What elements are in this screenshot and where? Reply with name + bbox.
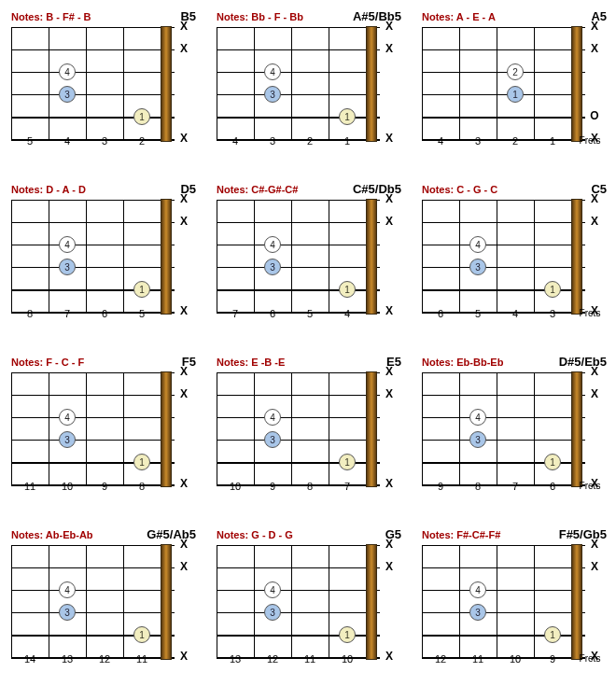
string-line [422, 117, 585, 119]
fret-line [422, 372, 423, 484]
fret-numbers: 7654 [217, 308, 403, 323]
fret-line [11, 372, 12, 484]
fret-numbers: 13121110 [217, 653, 403, 668]
chord-header: Notes: C#-G#-C#C#5/Db5 [215, 182, 411, 200]
chord-diagram: Notes: B - F# - BB5XXX4315432 [9, 9, 205, 182]
chord-diagram: Notes: C#-G#-C#C#5/Db5XXX4317654 [215, 182, 411, 355]
frets-label: Frets [576, 135, 604, 146]
chord-diagram: Notes: F#-C#-F#F#5/Gb5XXX4311211109Frets [420, 527, 616, 700]
chord-grid: Notes: B - F# - BB5XXX4315432Notes: Bb -… [9, 9, 616, 700]
string-line [11, 245, 175, 245]
frets-label: Frets [576, 653, 604, 664]
finger-dot: 3 [469, 431, 486, 448]
fret-line [86, 545, 87, 657]
string-line [11, 27, 175, 28]
fret-number: 10 [333, 653, 361, 665]
string-line [422, 245, 585, 245]
mute-mark: X [588, 538, 601, 551]
finger-dot: 4 [59, 409, 76, 426]
chord-notes: Notes: G - D - G [217, 529, 293, 540]
finger-dot: 1 [339, 108, 356, 125]
fret-line [49, 545, 49, 657]
fret-line [534, 545, 535, 657]
string-line [217, 567, 380, 568]
fret-line [534, 372, 535, 484]
fret-number: 8 [128, 481, 156, 492]
fret-line [49, 200, 49, 312]
chord-diagram: Notes: F - C - FF5XXX431111098 [9, 355, 205, 527]
fret-number: 11 [128, 653, 156, 665]
string-line [11, 94, 175, 95]
finger-dot: 3 [59, 259, 76, 275]
fret-number: 14 [16, 653, 44, 665]
fret-numbers: 14131211 [11, 653, 198, 668]
mute-mark: X [177, 215, 190, 228]
string-line [422, 267, 585, 268]
string-line [422, 372, 585, 373]
finger-dot: 4 [59, 581, 76, 598]
fret-line [329, 27, 329, 139]
mute-mark: X [588, 42, 601, 55]
fret-number: 2 [296, 135, 324, 147]
mute-mark: X [177, 365, 190, 378]
fret-number: 11 [296, 653, 324, 665]
finger-dot: 1 [133, 108, 150, 125]
fret-line [497, 27, 497, 139]
fret-line [459, 200, 460, 312]
fret-numbers: 1211109Frets [422, 653, 609, 668]
chord-notes: Notes: F#-C#-F# [422, 529, 500, 540]
string-line [11, 545, 175, 546]
fret-numbers: 6543Frets [422, 308, 609, 323]
chord-notes: Notes: C#-G#-C# [217, 184, 298, 195]
fret-number: 3 [539, 308, 567, 319]
string-line [11, 72, 175, 73]
finger-dot: 4 [264, 63, 281, 80]
string-line [217, 49, 380, 50]
fret-line [422, 545, 423, 657]
string-line [11, 222, 175, 223]
finger-dot: 4 [264, 581, 281, 598]
chord-diagram: Notes: Eb-Bb-EbD#5/Eb5XXX4319876Frets [420, 355, 616, 527]
fret-line [217, 27, 217, 139]
finger-dot: 2 [507, 63, 524, 80]
fret-number: 6 [427, 308, 455, 319]
mute-mark: X [177, 538, 190, 551]
fret-number: 4 [333, 308, 361, 319]
fret-numbers: 4321Frets [422, 135, 609, 150]
mute-mark: X [588, 365, 601, 378]
fret-number: 9 [427, 481, 455, 492]
mute-mark: X [588, 192, 601, 205]
fret-line [497, 545, 497, 657]
fret-number: 10 [221, 481, 249, 492]
chord-diagram: Notes: C - G - CC5XXX4316543Frets [420, 182, 616, 355]
nut-bar [571, 371, 582, 487]
fret-number: 9 [91, 481, 119, 492]
fret-line [49, 27, 49, 139]
fret-line [291, 200, 292, 312]
fretboard: XXX431 [217, 27, 380, 139]
string-line [217, 200, 380, 201]
nut-bar [161, 199, 172, 315]
fret-line [291, 27, 292, 139]
fret-line [11, 27, 12, 139]
nut-bar [571, 26, 582, 142]
mute-mark: X [383, 538, 396, 551]
mute-mark: X [588, 20, 601, 33]
string-line [11, 567, 175, 568]
fret-number: 2 [501, 135, 529, 147]
string-line [11, 395, 175, 396]
chord-notes: Notes: F - C - F [11, 357, 84, 368]
string-line [11, 612, 175, 613]
fret-line [123, 200, 124, 312]
fretboard: XXOX21 [422, 27, 585, 139]
chord-notes: Notes: Bb - F - Bb [217, 11, 303, 22]
fretboard: XXX431 [422, 200, 585, 312]
finger-dot: 1 [339, 626, 356, 643]
fret-line [254, 200, 255, 312]
mute-mark: X [177, 20, 190, 33]
mute-mark: X [177, 387, 190, 400]
fret-line [254, 372, 255, 484]
chord-header: Notes: Eb-Bb-EbD#5/Eb5 [420, 355, 616, 372]
fret-number: 6 [259, 308, 287, 319]
fret-number: 4 [501, 308, 529, 319]
